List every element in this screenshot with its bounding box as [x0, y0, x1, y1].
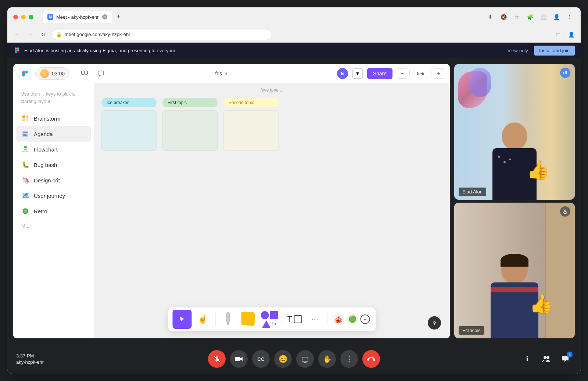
- comment-button[interactable]: [95, 68, 107, 79]
- extensions-icon[interactable]: 🧩: [525, 12, 535, 22]
- bugbash-icon: 🐛: [21, 161, 29, 169]
- shapes-tool[interactable]: ↪: [260, 310, 279, 329]
- sidebar-item-bugbash[interactable]: 🐛 Bug bash: [16, 157, 91, 172]
- user-dropdown-button[interactable]: ▾: [352, 68, 363, 79]
- sidebar-item-userjourney[interactable]: 🗺️ User journey: [16, 188, 91, 203]
- svg-rect-38: [373, 359, 375, 361]
- timer-badge: ⭐ 03:00: [35, 67, 69, 80]
- downloads-icon[interactable]: ⬇: [485, 12, 495, 22]
- toolbar-separator-1: [74, 69, 74, 78]
- text-tool[interactable]: T: [285, 310, 304, 329]
- maximize-button[interactable]: [29, 15, 33, 19]
- zoom-out-button[interactable]: −: [397, 68, 407, 79]
- captions-button[interactable]: CC: [252, 350, 270, 368]
- camera-button[interactable]: [230, 350, 248, 368]
- plugin-icon-2[interactable]: 🟢: [347, 313, 358, 325]
- svg-point-39: [544, 356, 546, 359]
- new-tab-button[interactable]: +: [114, 12, 124, 22]
- url-bar[interactable]: 🔒 meet.google.com/aky-hzpk-ehr: [51, 29, 272, 40]
- figma-panel: ⭐ 03:00: [13, 64, 450, 338]
- canvas-main[interactable]: feve tpne ... Ice breaker First topic: [94, 83, 450, 338]
- lock-icon: 🔒: [56, 32, 62, 37]
- browser-tab[interactable]: M Meet - aky-hzpk-ehr ✕: [43, 11, 112, 23]
- sticky-front: [241, 312, 254, 324]
- second-topic-column: Second topic: [223, 98, 279, 151]
- raise-hand-button[interactable]: ✋: [318, 350, 336, 368]
- bottom-controls: CC 😊 ✋ ⋮: [208, 350, 380, 368]
- tab-close-button[interactable]: ✕: [102, 14, 108, 20]
- more-options-button[interactable]: ⋮: [340, 350, 358, 368]
- thumbs-up-emoji-2: 👍: [529, 292, 553, 315]
- bookmark-icon[interactable]: ☆: [512, 12, 522, 22]
- svg-rect-34: [302, 357, 308, 361]
- svg-rect-8: [22, 74, 25, 76]
- cast-icon[interactable]: ⬚: [553, 29, 563, 40]
- help-button[interactable]: ?: [428, 316, 441, 330]
- participant1-status-icon: [560, 68, 570, 78]
- flowchart-icon: [21, 145, 29, 153]
- sidebar-icon[interactable]: ⬜: [538, 12, 548, 22]
- install-join-button[interactable]: Install and join: [534, 46, 575, 56]
- sidebar-item-flowchart[interactable]: Flowchart: [16, 142, 91, 157]
- first-topic-label: First topic: [162, 98, 218, 107]
- plugin-icon-1[interactable]: 🎪: [333, 313, 344, 325]
- add-plugin-button[interactable]: +: [361, 314, 370, 324]
- video-panel-elad: 👍 Elad Alon: [454, 64, 575, 200]
- frame-icon: [294, 315, 302, 323]
- canvas-label: feve tpne ...: [261, 88, 284, 93]
- forward-button[interactable]: →: [25, 29, 35, 40]
- zoom-in-button[interactable]: +: [434, 68, 444, 79]
- sidebar-item-agenda[interactable]: Agenda: [16, 126, 91, 142]
- text-tools-group: T: [287, 314, 302, 324]
- sticky-tool[interactable]: [239, 310, 258, 329]
- svg-rect-14: [26, 119, 28, 121]
- minimize-button[interactable]: [21, 15, 26, 19]
- pages-button[interactable]: [79, 68, 90, 79]
- share-button[interactable]: Share: [367, 68, 392, 79]
- meeting-time: 3:37 PM: [16, 353, 68, 359]
- svg-rect-10: [85, 71, 87, 74]
- second-topic-label: Second topic: [223, 98, 279, 107]
- back-button[interactable]: ←: [12, 29, 22, 40]
- select-tool[interactable]: [173, 310, 192, 329]
- profile-icon[interactable]: 👤: [551, 12, 562, 22]
- sticky-stack-icon: [241, 312, 256, 327]
- participant2-name: Francois: [459, 326, 484, 335]
- ice-breaker-column: Ice breaker: [101, 98, 157, 151]
- figma-menu-button[interactable]: [19, 68, 31, 79]
- sidebar-item-retro[interactable]: Retro: [16, 203, 91, 219]
- emoji-button[interactable]: 😊: [274, 350, 292, 368]
- svg-rect-3: [15, 51, 17, 53]
- window-controls-right: ⬇ 🔇 ☆ 🧩 ⬜ 👤 ⋮: [485, 12, 575, 22]
- info-button[interactable]: ℹ: [520, 352, 534, 366]
- svg-rect-29: [566, 71, 567, 74]
- first-topic-card: [162, 110, 218, 151]
- notification-actions: View-only Install and join: [508, 46, 575, 56]
- chat-button[interactable]: 3: [559, 352, 572, 366]
- close-button[interactable]: [13, 15, 18, 19]
- hand-tool[interactable]: ☝️: [193, 310, 212, 329]
- more-tools[interactable]: ···: [306, 310, 325, 329]
- file-name-area[interactable]: fds ▼: [215, 71, 229, 76]
- second-topic-card: [223, 110, 279, 151]
- participants-button[interactable]: [539, 352, 553, 366]
- sidebar-item-designcrit[interactable]: 🦄 Design crit: [16, 172, 91, 188]
- pen-tool[interactable]: [219, 310, 238, 329]
- video-panels: 👍 Elad Alon: [454, 64, 575, 338]
- menu-icon[interactable]: ⋮: [564, 12, 575, 22]
- speaker-icon[interactable]: 🔇: [498, 12, 509, 22]
- flowchart-label: Flowchart: [34, 146, 58, 153]
- profile-menu-icon[interactable]: 👤: [566, 29, 576, 40]
- svg-point-40: [546, 356, 549, 359]
- video-panel-francois: 👍 Francois: [454, 203, 575, 338]
- end-call-button[interactable]: [362, 350, 380, 368]
- refresh-button[interactable]: ↻: [38, 29, 49, 40]
- user-avatar: E: [337, 68, 348, 79]
- view-only-link[interactable]: View-only: [508, 48, 528, 53]
- title-bar: M Meet - aky-hzpk-ehr ✕ + ⬇ 🔇 ☆ 🧩 ⬜ 👤 ⋮: [7, 7, 581, 26]
- close-tab-icon[interactable]: ✕: [102, 14, 107, 19]
- mute-button[interactable]: [208, 350, 226, 368]
- zoom-level[interactable]: 9%: [409, 69, 431, 78]
- sidebar-item-brainstorm[interactable]: Brainstorm: [16, 111, 91, 126]
- present-button[interactable]: [296, 350, 314, 368]
